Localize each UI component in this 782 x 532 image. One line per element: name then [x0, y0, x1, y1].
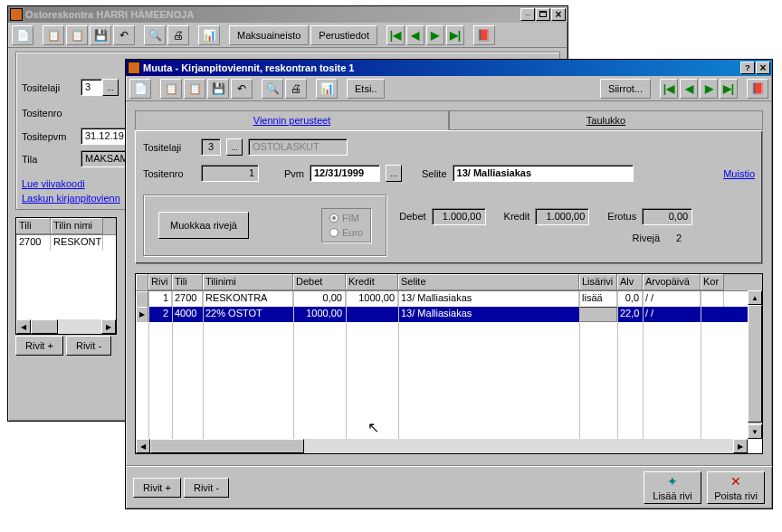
- bg-col-tili[interactable]: Tili: [16, 218, 51, 234]
- lisaa-rivi-button[interactable]: ✦ Lisää rivi: [644, 471, 701, 504]
- col-arvo[interactable]: Arvopäivä: [643, 274, 701, 290]
- bg-col-tilinimi[interactable]: Tilin nimi: [51, 218, 103, 234]
- bg-hscroll[interactable]: ◀ ▶: [16, 319, 116, 334]
- minimize-button[interactable]: [520, 8, 535, 21]
- tool-print[interactable]: 🖨: [285, 79, 307, 99]
- maximize-button[interactable]: [536, 8, 550, 21]
- tool-save[interactable]: 💾: [207, 79, 229, 99]
- fg-rivit-minus[interactable]: Rivit -: [184, 478, 229, 498]
- bg-grid[interactable]: Tili Tilin nimi 2700 RESKONT ◀ ▶: [15, 217, 117, 335]
- close-button[interactable]: [756, 62, 770, 74]
- tool-print[interactable]: 🖨: [167, 25, 189, 45]
- nav-prev[interactable]: ◀: [680, 79, 698, 99]
- fg-selite-val[interactable]: 13/ Malliasiakas: [453, 165, 634, 182]
- scroll-right-icon[interactable]: ▶: [733, 439, 748, 453]
- fg-pvm-label: Pvm: [284, 168, 304, 179]
- menu-maksuaineisto[interactable]: Maksuaineisto: [229, 25, 309, 45]
- nav-first[interactable]: |◀: [660, 79, 678, 99]
- tab-taulukko[interactable]: Taulukko: [449, 110, 763, 130]
- radio-fim[interactable]: [329, 214, 339, 223]
- scroll-left-icon[interactable]: ◀: [136, 439, 150, 453]
- bg-rivit-plus[interactable]: Rivit +: [15, 336, 63, 356]
- fg-grid[interactable]: Rivi Tili Tilinimi Debet Kredit Selite L…: [135, 273, 763, 454]
- fg-rivit-plus[interactable]: Rivit +: [133, 478, 181, 498]
- tositepvm-label: Tositepvm: [22, 131, 81, 142]
- fg-tositelaji-lookup[interactable]: ...: [226, 138, 243, 156]
- poista-rivi-button[interactable]: ✕ Poista rivi: [707, 471, 765, 504]
- lisarivi-button-cell[interactable]: [579, 307, 617, 322]
- tool-preview[interactable]: 🔍: [262, 79, 283, 99]
- nav-prev[interactable]: ◀: [406, 25, 424, 45]
- scroll-left-icon[interactable]: ◀: [16, 319, 31, 334]
- col-tilinimi[interactable]: Tilinimi: [203, 274, 293, 290]
- tositelaji-field[interactable]: 3: [81, 79, 102, 96]
- col-rivi[interactable]: Rivi: [148, 274, 172, 290]
- close-button[interactable]: [551, 8, 566, 21]
- bg-titlebar[interactable]: Ostoreskontra HARRI HÄMEENOJA: [8, 6, 567, 23]
- bg-cell-tili[interactable]: 2700: [16, 235, 51, 251]
- fg-selite-label: Selite: [422, 168, 447, 179]
- tool-new[interactable]: 📄: [12, 25, 33, 45]
- muistio-link[interactable]: Muistio: [723, 168, 755, 179]
- tool-exit[interactable]: 📕: [473, 25, 495, 45]
- col-kor[interactable]: Kor: [701, 274, 724, 290]
- tool-undo[interactable]: ↶: [113, 25, 135, 45]
- menu-perustiedot[interactable]: Perustiedot: [310, 25, 377, 45]
- fg-tositelaji-val: 3: [201, 138, 221, 156]
- tositenro-label: Tositenro: [22, 108, 81, 119]
- bg-cell-nimi[interactable]: RESKONT: [51, 235, 103, 251]
- col-debet[interactable]: Debet: [293, 274, 346, 290]
- tool-preview[interactable]: 🔍: [144, 25, 166, 45]
- col-kredit[interactable]: Kredit: [346, 274, 398, 290]
- col-alv[interactable]: Alv: [617, 274, 643, 290]
- fg-titlebar[interactable]: Muuta - Kirjanpitoviennit, reskontran to…: [126, 60, 772, 76]
- riveja-val: 2: [665, 233, 692, 243]
- nav-last[interactable]: ▶|: [446, 25, 464, 45]
- tool-form[interactable]: 📋: [184, 79, 205, 99]
- row-marker-head: [136, 274, 148, 290]
- scroll-down-icon[interactable]: ▼: [748, 424, 762, 439]
- tositelaji-lookup[interactable]: ...: [102, 79, 119, 96]
- fg-tositelaji-desc: OSTOLASKUT: [248, 138, 348, 156]
- nav-first[interactable]: |◀: [386, 25, 405, 45]
- kredit-label: Kredit: [504, 211, 530, 222]
- tila-label: Tila: [22, 154, 81, 165]
- nav-last[interactable]: ▶|: [720, 79, 738, 99]
- tool-undo[interactable]: ↶: [231, 79, 253, 99]
- fg-tabs: Viennin perusteet Taulukko: [135, 110, 763, 130]
- tool-form[interactable]: 📋: [66, 25, 88, 45]
- erotus-label: Erotus: [607, 211, 636, 222]
- fg-pvm-lookup[interactable]: ...: [386, 165, 402, 182]
- col-tili[interactable]: Tili: [172, 274, 203, 290]
- table-row[interactable]: 1 2700 RESKONTRA 0,00 1000,00 13/ Mallia…: [136, 291, 762, 307]
- muokkaa-button[interactable]: Muokkaa rivejä: [158, 212, 249, 239]
- tool-report[interactable]: 📊: [316, 79, 338, 99]
- table-row-selected[interactable]: 2 4000 22% OSTOT 1000,00 13/ Malliasiaka…: [136, 307, 762, 322]
- help-button[interactable]: [740, 62, 755, 74]
- col-selite[interactable]: Selite: [398, 274, 579, 290]
- tab-viennin[interactable]: Viennin perusteet: [135, 110, 449, 130]
- tool-report[interactable]: 📊: [198, 25, 220, 45]
- row-marker[interactable]: [136, 291, 148, 307]
- tool-new[interactable]: 📄: [129, 79, 151, 99]
- etsi-button[interactable]: Etsi..: [347, 79, 385, 99]
- nav-next[interactable]: ▶: [426, 25, 444, 45]
- fg-pvm-val[interactable]: 12/31/1999: [310, 165, 380, 182]
- row-marker-current[interactable]: [136, 307, 148, 322]
- tool-save[interactable]: 💾: [90, 25, 111, 45]
- nav-next[interactable]: ▶: [700, 79, 718, 99]
- tositepvm-field[interactable]: 31.12.19: [81, 128, 129, 145]
- scroll-right-icon[interactable]: ▶: [101, 319, 116, 334]
- scroll-up-icon[interactable]: ▲: [748, 290, 762, 305]
- radio-euro[interactable]: [329, 228, 339, 237]
- fg-hscroll[interactable]: ◀ ▶: [136, 439, 748, 453]
- col-lisarivi[interactable]: Lisärivi: [579, 274, 617, 290]
- siirrot-button[interactable]: Siirrot...: [600, 79, 651, 99]
- tool-edit[interactable]: 📋: [43, 25, 64, 45]
- tool-exit[interactable]: 📕: [747, 79, 768, 99]
- kredit-val: 1.000,00: [535, 208, 589, 225]
- bg-rivit-minus[interactable]: Rivit -: [66, 336, 111, 356]
- tool-edit[interactable]: 📋: [160, 79, 182, 99]
- delete-icon: ✕: [730, 474, 741, 489]
- fg-vscroll[interactable]: ▲ ▼: [748, 290, 762, 439]
